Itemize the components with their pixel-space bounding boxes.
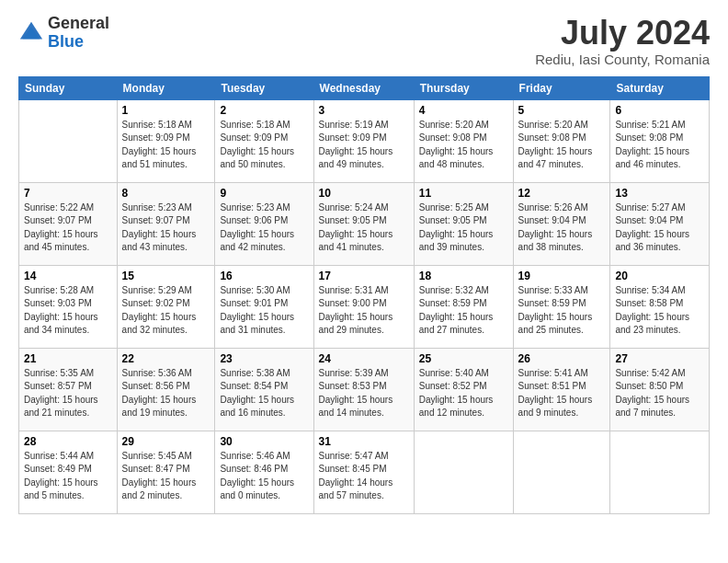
calendar-week-row: 21Sunrise: 5:35 AMSunset: 8:57 PMDayligh… bbox=[19, 348, 710, 431]
day-number: 24 bbox=[319, 352, 409, 365]
day-info: Sunrise: 5:47 AMSunset: 8:45 PMDaylight:… bbox=[319, 450, 409, 503]
column-header-monday: Monday bbox=[117, 76, 215, 99]
calendar-cell: 16Sunrise: 5:30 AMSunset: 9:01 PMDayligh… bbox=[215, 265, 313, 348]
calendar-cell: 24Sunrise: 5:39 AMSunset: 8:53 PMDayligh… bbox=[313, 348, 414, 431]
logo-general: General bbox=[48, 15, 109, 33]
day-number: 7 bbox=[24, 187, 112, 200]
day-number: 19 bbox=[518, 270, 606, 282]
day-info: Sunrise: 5:27 AMSunset: 9:04 PMDaylight:… bbox=[615, 201, 704, 255]
day-info: Sunrise: 5:44 AMSunset: 8:49 PMDaylight:… bbox=[24, 450, 112, 503]
day-number: 3 bbox=[319, 104, 409, 117]
location-title: Rediu, Iasi County, Romania bbox=[535, 52, 710, 67]
calendar-week-row: 14Sunrise: 5:28 AMSunset: 9:03 PMDayligh… bbox=[19, 265, 710, 348]
day-info: Sunrise: 5:31 AMSunset: 9:00 PMDaylight:… bbox=[319, 284, 409, 338]
day-info: Sunrise: 5:25 AMSunset: 9:05 PMDaylight:… bbox=[419, 201, 508, 255]
calendar-week-row: 7Sunrise: 5:22 AMSunset: 9:07 PMDaylight… bbox=[19, 182, 710, 265]
logo-text: General Blue bbox=[48, 15, 109, 52]
day-number: 13 bbox=[615, 187, 704, 200]
day-number: 17 bbox=[319, 270, 409, 282]
calendar-cell: 12Sunrise: 5:26 AMSunset: 9:04 PMDayligh… bbox=[513, 182, 610, 265]
calendar-cell: 10Sunrise: 5:24 AMSunset: 9:05 PMDayligh… bbox=[313, 182, 414, 265]
column-header-thursday: Thursday bbox=[414, 76, 513, 99]
day-info: Sunrise: 5:33 AMSunset: 8:59 PMDaylight:… bbox=[518, 284, 606, 338]
day-info: Sunrise: 5:22 AMSunset: 9:07 PMDaylight:… bbox=[24, 201, 112, 255]
calendar-cell: 25Sunrise: 5:40 AMSunset: 8:52 PMDayligh… bbox=[414, 348, 513, 431]
calendar-cell: 2Sunrise: 5:18 AMSunset: 9:09 PMDaylight… bbox=[215, 99, 313, 182]
day-info: Sunrise: 5:18 AMSunset: 9:09 PMDaylight:… bbox=[220, 119, 308, 172]
calendar-cell: 22Sunrise: 5:36 AMSunset: 8:56 PMDayligh… bbox=[117, 348, 215, 431]
calendar-cell: 5Sunrise: 5:20 AMSunset: 9:08 PMDaylight… bbox=[513, 99, 610, 182]
calendar-cell: 3Sunrise: 5:19 AMSunset: 9:09 PMDaylight… bbox=[313, 99, 414, 182]
day-info: Sunrise: 5:36 AMSunset: 8:56 PMDaylight:… bbox=[122, 367, 210, 420]
calendar-table: SundayMondayTuesdayWednesdayThursdayFrid… bbox=[18, 76, 710, 514]
title-block: July 2024 Rediu, Iasi County, Romania bbox=[535, 15, 710, 67]
day-info: Sunrise: 5:38 AMSunset: 8:54 PMDaylight:… bbox=[220, 367, 308, 420]
day-info: Sunrise: 5:39 AMSunset: 8:53 PMDaylight:… bbox=[319, 367, 409, 420]
calendar-cell bbox=[414, 431, 513, 513]
day-number: 11 bbox=[419, 187, 508, 200]
day-number: 15 bbox=[122, 270, 210, 282]
calendar-cell: 1Sunrise: 5:18 AMSunset: 9:09 PMDaylight… bbox=[117, 99, 215, 182]
day-info: Sunrise: 5:21 AMSunset: 9:08 PMDaylight:… bbox=[615, 119, 704, 172]
day-info: Sunrise: 5:26 AMSunset: 9:04 PMDaylight:… bbox=[518, 201, 606, 255]
calendar-cell: 11Sunrise: 5:25 AMSunset: 9:05 PMDayligh… bbox=[414, 182, 513, 265]
calendar-week-row: 1Sunrise: 5:18 AMSunset: 9:09 PMDaylight… bbox=[19, 99, 710, 182]
day-number: 29 bbox=[122, 435, 210, 448]
logo: General Blue bbox=[18, 15, 109, 52]
day-number: 10 bbox=[319, 187, 409, 200]
day-number: 6 bbox=[615, 104, 704, 117]
day-number: 26 bbox=[518, 352, 606, 365]
day-number: 18 bbox=[419, 270, 508, 282]
day-number: 27 bbox=[615, 352, 704, 365]
day-number: 28 bbox=[24, 435, 112, 448]
calendar-cell: 18Sunrise: 5:32 AMSunset: 8:59 PMDayligh… bbox=[414, 265, 513, 348]
day-info: Sunrise: 5:46 AMSunset: 8:46 PMDaylight:… bbox=[220, 450, 308, 503]
calendar-week-row: 28Sunrise: 5:44 AMSunset: 8:49 PMDayligh… bbox=[19, 431, 710, 513]
day-info: Sunrise: 5:23 AMSunset: 9:07 PMDaylight:… bbox=[122, 201, 210, 255]
column-header-sunday: Sunday bbox=[19, 76, 118, 99]
calendar-cell: 4Sunrise: 5:20 AMSunset: 9:08 PMDaylight… bbox=[414, 99, 513, 182]
day-number: 22 bbox=[122, 352, 210, 365]
day-number: 4 bbox=[419, 104, 508, 117]
day-info: Sunrise: 5:35 AMSunset: 8:57 PMDaylight:… bbox=[24, 367, 112, 420]
day-number: 12 bbox=[518, 187, 606, 200]
column-header-wednesday: Wednesday bbox=[313, 76, 414, 99]
logo-icon bbox=[18, 20, 44, 46]
calendar-cell: 26Sunrise: 5:41 AMSunset: 8:51 PMDayligh… bbox=[513, 348, 610, 431]
calendar-cell: 28Sunrise: 5:44 AMSunset: 8:49 PMDayligh… bbox=[19, 431, 118, 513]
day-number: 30 bbox=[220, 435, 308, 448]
day-info: Sunrise: 5:23 AMSunset: 9:06 PMDaylight:… bbox=[220, 201, 308, 255]
calendar-cell: 6Sunrise: 5:21 AMSunset: 9:08 PMDaylight… bbox=[610, 99, 710, 182]
day-info: Sunrise: 5:20 AMSunset: 9:08 PMDaylight:… bbox=[518, 119, 606, 172]
day-number: 16 bbox=[220, 270, 308, 282]
calendar-cell: 31Sunrise: 5:47 AMSunset: 8:45 PMDayligh… bbox=[313, 431, 414, 513]
column-header-tuesday: Tuesday bbox=[215, 76, 313, 99]
calendar-cell: 15Sunrise: 5:29 AMSunset: 9:02 PMDayligh… bbox=[117, 265, 215, 348]
calendar-cell: 13Sunrise: 5:27 AMSunset: 9:04 PMDayligh… bbox=[610, 182, 710, 265]
day-info: Sunrise: 5:45 AMSunset: 8:47 PMDaylight:… bbox=[122, 450, 210, 503]
day-number: 8 bbox=[122, 187, 210, 200]
day-info: Sunrise: 5:29 AMSunset: 9:02 PMDaylight:… bbox=[122, 284, 210, 338]
day-info: Sunrise: 5:19 AMSunset: 9:09 PMDaylight:… bbox=[319, 119, 409, 172]
calendar-cell: 27Sunrise: 5:42 AMSunset: 8:50 PMDayligh… bbox=[610, 348, 710, 431]
calendar-cell: 19Sunrise: 5:33 AMSunset: 8:59 PMDayligh… bbox=[513, 265, 610, 348]
day-number: 23 bbox=[220, 352, 308, 365]
calendar-cell: 21Sunrise: 5:35 AMSunset: 8:57 PMDayligh… bbox=[19, 348, 118, 431]
calendar-cell: 9Sunrise: 5:23 AMSunset: 9:06 PMDaylight… bbox=[215, 182, 313, 265]
day-number: 31 bbox=[319, 435, 409, 448]
calendar-cell: 14Sunrise: 5:28 AMSunset: 9:03 PMDayligh… bbox=[19, 265, 118, 348]
day-number: 1 bbox=[122, 104, 210, 117]
logo-blue: Blue bbox=[48, 33, 109, 52]
calendar-cell bbox=[19, 99, 118, 182]
day-number: 20 bbox=[615, 270, 704, 282]
day-number: 9 bbox=[220, 187, 308, 200]
day-info: Sunrise: 5:30 AMSunset: 9:01 PMDaylight:… bbox=[220, 284, 308, 338]
day-info: Sunrise: 5:24 AMSunset: 9:05 PMDaylight:… bbox=[319, 201, 409, 255]
calendar-cell: 17Sunrise: 5:31 AMSunset: 9:00 PMDayligh… bbox=[313, 265, 414, 348]
calendar-cell bbox=[610, 431, 710, 513]
column-header-saturday: Saturday bbox=[610, 76, 710, 99]
day-info: Sunrise: 5:18 AMSunset: 9:09 PMDaylight:… bbox=[122, 119, 210, 172]
calendar-cell: 30Sunrise: 5:46 AMSunset: 8:46 PMDayligh… bbox=[215, 431, 313, 513]
calendar-cell: 8Sunrise: 5:23 AMSunset: 9:07 PMDaylight… bbox=[117, 182, 215, 265]
page: General Blue July 2024 Rediu, Iasi Count… bbox=[0, 0, 728, 563]
